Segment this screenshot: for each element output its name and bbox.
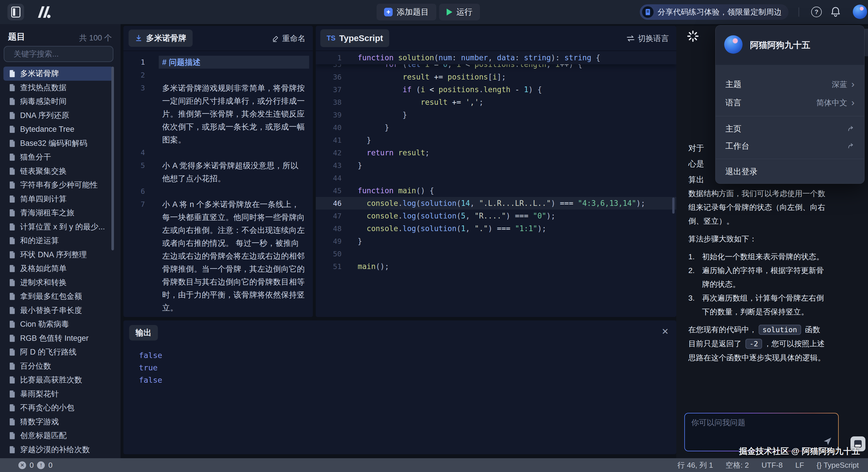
sidebar-item[interactable]: 进制求和转换 xyxy=(3,276,113,290)
code-token: . xyxy=(398,224,403,233)
problems-indicator[interactable]: ✕ 0 ! 0 xyxy=(19,458,53,472)
sidebar-item[interactable]: 穿越沙漠的补给次数 xyxy=(3,443,113,457)
sidebar-item-label: 和的逆运算 xyxy=(20,235,59,246)
code-token: ( xyxy=(434,53,439,62)
sidebar-item[interactable]: 猫鱼分干 xyxy=(3,150,113,164)
sidebar-scrollbar[interactable] xyxy=(112,67,114,250)
eol[interactable]: LF xyxy=(795,461,804,470)
code-text: result += ','; xyxy=(358,98,484,107)
sidebar-item[interactable]: 比赛最高获胜次数 xyxy=(3,373,113,387)
code-text: } xyxy=(358,123,389,132)
code-token: result xyxy=(421,98,447,107)
user-avatar[interactable] xyxy=(853,5,867,19)
sidebar-item-label: 不再贪心的小包 xyxy=(20,403,74,413)
sidebar-item-label: 青海湖租车之旅 xyxy=(20,208,74,218)
help-icon[interactable]: ? xyxy=(811,7,822,17)
output-tab-label: 输出 xyxy=(135,327,152,338)
sidebar-item[interactable]: 青海湖租车之旅 xyxy=(3,206,113,220)
sidebar-item[interactable]: Cion 勒索病毒 xyxy=(3,317,113,331)
switch-language-button[interactable]: 切换语言 xyxy=(627,26,669,51)
code-token: ); xyxy=(537,224,546,233)
output-tab[interactable]: 输出 xyxy=(129,325,158,341)
sidebar-item[interactable]: 查找热点数据 xyxy=(3,81,113,95)
sidebar-item[interactable]: 百分位数 xyxy=(3,359,113,373)
warning-count: 0 xyxy=(48,461,52,470)
language-mode[interactable]: {} TypeScript xyxy=(817,461,859,470)
close-icon[interactable]: ✕ xyxy=(662,327,669,336)
code-token: ); xyxy=(547,212,555,220)
editor-scrollbar[interactable] xyxy=(672,198,675,214)
rename-button[interactable]: 重命名 xyxy=(272,26,305,51)
code-token: ) xyxy=(488,224,497,233)
code-token: } xyxy=(358,136,371,144)
sidebar-item-label: 病毒感染时间 xyxy=(20,96,67,107)
assistant-list-item: 2.遍历输入的字符串，根据字符更新骨牌的状态。 xyxy=(688,264,826,291)
language-tab[interactable]: TS TypeScript xyxy=(320,29,389,47)
sidebar-item[interactable]: 及格如此简单 xyxy=(3,262,113,276)
code-token: - xyxy=(510,85,524,94)
sidebar-item[interactable]: RGB 色值转 Integer xyxy=(3,331,113,345)
sidebar-item[interactable]: 拿到最多红包金额 xyxy=(3,289,113,303)
send-icon[interactable] xyxy=(823,436,832,446)
sidebar-item[interactable]: 简单四则计算 xyxy=(3,192,113,206)
code-token: . xyxy=(398,199,403,208)
sidebar-item[interactable]: 不再贪心的小包 xyxy=(3,401,113,415)
file-icon xyxy=(9,181,16,188)
menu-item-theme[interactable]: 主题 深蓝› xyxy=(716,75,864,94)
code-editor[interactable]: 1function solution(num: number, data: st… xyxy=(316,51,676,317)
file-icon xyxy=(9,195,16,203)
menu-item-workbench[interactable]: 工作台 xyxy=(716,138,864,155)
encoding[interactable]: UTF-8 xyxy=(762,461,783,470)
run-button[interactable]: 运行 xyxy=(439,4,480,20)
share-campaign-button[interactable]: 分享代码练习体验，领限量定制周边 xyxy=(640,4,788,20)
file-icon xyxy=(9,293,16,300)
notification-bell-icon[interactable] xyxy=(830,6,841,18)
sidebar-item[interactable]: DNA 序列还原 xyxy=(3,109,113,123)
search-box[interactable] xyxy=(4,46,113,62)
sidebar-item[interactable]: 链表聚集交换 xyxy=(3,164,113,178)
sidebar-item[interactable]: 多米诺骨牌 xyxy=(3,67,113,81)
user-name: 阿猫阿狗九十五 xyxy=(750,26,810,65)
sidebar-item[interactable]: Base32 编码和解码 xyxy=(3,137,113,150)
sidebar-item[interactable]: 和的逆运算 xyxy=(3,234,113,248)
menu-item-home[interactable]: 主页 xyxy=(716,120,864,138)
sidebar-item[interactable]: Bytedance Tree xyxy=(3,122,113,137)
code-token: solution xyxy=(398,53,434,62)
sidebar-item[interactable]: 字符串有多少种可能性 xyxy=(3,178,113,192)
search-input[interactable] xyxy=(13,49,116,59)
indent-setting[interactable]: 空格: 2 xyxy=(725,460,749,470)
sidebar-item[interactable]: 最小替换子串长度 xyxy=(3,303,113,318)
language-value: 简体中文 xyxy=(816,98,847,108)
sidebar-item[interactable]: 病毒感染时间 xyxy=(3,94,113,109)
chat-input-box xyxy=(685,413,838,451)
sidebar-item[interactable]: 创意标题匹配 xyxy=(3,429,113,443)
sidebar-item[interactable]: 暴雨梨花针 xyxy=(3,387,113,401)
line-number: 47 xyxy=(316,212,342,220)
chat-input[interactable] xyxy=(691,417,818,447)
file-icon xyxy=(9,306,16,314)
line-number: 46 xyxy=(316,199,342,208)
editor-header: TS TypeScript 切换语言 xyxy=(316,26,676,51)
sidebar-item[interactable]: 阿 D 的飞行路线 xyxy=(3,345,113,359)
menu-item-language[interactable]: 语言 简体中文› xyxy=(716,94,864,112)
description-editor[interactable]: 1# 问题描述23多米诺骨牌游戏规则非常简单，将骨牌按一定间距的尺寸排成单行，或… xyxy=(123,56,313,317)
code-token: 1 xyxy=(524,85,528,94)
desc-line: 3多米诺骨牌游戏规则非常简单，将骨牌按一定间距的尺寸排成单行，或分行排成一片。推… xyxy=(123,82,313,146)
code-token: log xyxy=(403,212,416,220)
sidebar-toggle-button[interactable] xyxy=(7,4,24,20)
sidebar-item[interactable]: 计算位置 x 到 y 的最少... xyxy=(3,220,113,234)
cursor-position[interactable]: 行 46, 列 1 xyxy=(677,460,713,470)
sidebar-item[interactable]: 猜数字游戏 xyxy=(3,415,113,429)
sidebar-item[interactable]: 环状 DNA 序列整理 xyxy=(3,248,113,262)
add-problem-button[interactable]: + 添加题目 xyxy=(377,4,436,20)
assistant-list-item: 3.再次遍历数组，计算每个骨牌左右倒下的数量，判断是否保持竖立。 xyxy=(688,291,826,319)
problem-tab[interactable]: 多米诺骨牌 xyxy=(129,30,193,47)
desc-text xyxy=(162,185,306,198)
code-token: console xyxy=(367,224,398,233)
output-line: true xyxy=(139,361,162,374)
menu-item-logout[interactable]: 退出登录 xyxy=(716,163,864,180)
code-token: "1:1" xyxy=(515,224,537,233)
code-token: "0" xyxy=(533,212,547,220)
chevron-right-icon: › xyxy=(851,79,855,89)
code-token: ( xyxy=(416,199,421,208)
